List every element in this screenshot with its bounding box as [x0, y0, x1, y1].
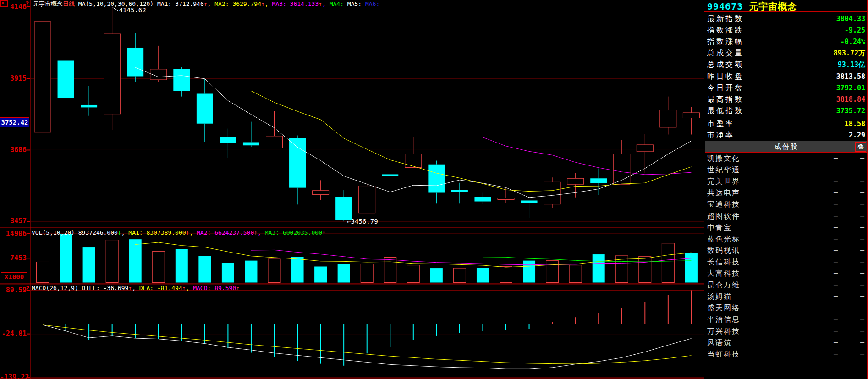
stock-name: 凯撒文化	[707, 154, 740, 164]
volume-bar	[569, 265, 582, 283]
macd-tick: -24.81	[0, 330, 27, 337]
volume-bar	[314, 266, 327, 282]
stock-row[interactable]: 大富科技 — —	[706, 268, 866, 280]
volume-bar	[83, 247, 95, 282]
stock-name: 中青宝	[707, 223, 732, 233]
candle-body	[34, 22, 51, 132]
legend-segment: ,	[189, 229, 197, 236]
stat-row: 昨日收盘 3813.58	[706, 71, 866, 82]
ratio-label: 市净率	[707, 131, 735, 140]
panel-right-border	[867, 0, 868, 379]
stat-row: 指数涨幅 -0.24%	[706, 36, 866, 48]
volume-bar	[152, 252, 165, 283]
volume-bar	[268, 259, 280, 282]
index-code: 994673	[707, 1, 743, 12]
stock-name: 风语筑	[707, 338, 732, 348]
stock-price-placeholder: —	[834, 315, 838, 323]
index-name: 元宇宙概念	[749, 1, 797, 12]
stock-row[interactable]: 盛天网络 — —	[706, 302, 866, 314]
stat-label: 昨日收盘	[707, 72, 744, 82]
volume-pane-legend: VOL(5,10,20) 8937246.000↓, MA1: 8307389.…	[32, 230, 326, 236]
legend-segment: DIFF: -36.699	[82, 285, 129, 291]
macd-pane-legend: MACD(26,12,9) DIFF: -36.699↑, DEA: -81.4…	[32, 285, 240, 291]
stock-row[interactable]: 万兴科技 — —	[706, 326, 866, 337]
legend-segment: DEA: -81.494	[139, 285, 182, 291]
main-pane-legend: 元宇宙概念日线 MA(5,10,20,30,60,120) MA1: 3712.…	[33, 1, 379, 7]
stock-price-placeholder: —	[834, 246, 838, 254]
stock-name: 长信科技	[707, 258, 740, 267]
candle-body	[683, 113, 699, 118]
stat-row: 总成交量 893.72万	[706, 48, 866, 59]
stock-row[interactable]: 汤姆猫 — —	[706, 291, 866, 302]
stock-row[interactable]: 超图软件 — —	[706, 211, 866, 222]
legend-segment: MA2: 3629.794	[214, 0, 261, 7]
volume-tick: 7453	[0, 255, 27, 261]
stock-name: 平治信息	[707, 315, 740, 324]
stock-row[interactable]: 宝通科技 — —	[706, 199, 866, 210]
stock-row[interactable]: 平治信息 — —	[706, 314, 866, 325]
stock-price-placeholder: —	[834, 212, 838, 220]
candle-body	[382, 174, 398, 176]
stock-price-placeholder: —	[834, 350, 838, 358]
candle-body	[58, 61, 74, 99]
stat-label: 指数涨跌	[707, 26, 744, 35]
overlay-toggle-button[interactable]: 叠	[855, 142, 866, 152]
stock-row[interactable]: 世纪华通 — —	[706, 165, 866, 176]
stock-row[interactable]: 凯撒文化 — —	[706, 153, 866, 165]
candle-body	[567, 178, 584, 184]
legend-segment: ,	[132, 285, 139, 291]
ma20-line	[483, 137, 691, 175]
volume-bar	[430, 268, 443, 282]
price-tick: 3457	[0, 218, 27, 224]
stock-row[interactable]: 蓝色光标 — —	[706, 234, 866, 245]
stock-row[interactable]: 数码视讯 — —	[706, 245, 866, 257]
legend-segment: ↑	[204, 0, 208, 7]
legend-segment: ↓	[118, 229, 121, 236]
candle-body	[197, 94, 213, 124]
legend-segment: ↑	[128, 285, 132, 291]
constituents-title: 成份股	[705, 143, 868, 151]
stock-row[interactable]: 长信科技 — —	[706, 257, 866, 268]
stat-value: 3735.72	[836, 107, 865, 115]
divider	[704, 116, 868, 116]
stock-name: 昆仑万维	[707, 280, 740, 290]
stock-row[interactable]: 中青宝 — —	[706, 222, 866, 234]
stock-row[interactable]: 共达电声 — —	[706, 187, 866, 199]
stock-price-placeholder: —	[834, 235, 838, 243]
stock-change-placeholder: —	[860, 327, 864, 335]
stock-row[interactable]: 昆仑万维 — —	[706, 280, 866, 291]
legend-segment: MA6:	[365, 0, 379, 7]
stock-change-placeholder: —	[860, 223, 864, 231]
candle-body	[614, 154, 630, 185]
stock-name: 万兴科技	[707, 327, 740, 336]
legend-segment: ↑	[254, 229, 258, 236]
volume-bar	[407, 265, 419, 283]
stock-row[interactable]: 当虹科技 — —	[706, 349, 866, 360]
legend-segment: ,	[265, 0, 272, 7]
stat-label: 最低指数	[707, 106, 744, 116]
candle-body	[173, 69, 190, 91]
candle-body	[335, 197, 352, 220]
stock-row[interactable]: 完美世界 — —	[706, 176, 866, 187]
ratio-row: 市盈率 18.58	[706, 118, 866, 130]
legend-segment: MA1: 3712.946	[157, 0, 204, 7]
price-tick: 4146	[0, 4, 27, 10]
legend-segment: ,	[208, 0, 215, 7]
volume-bar	[60, 234, 72, 282]
stock-name: 蓝色光标	[707, 235, 740, 244]
annotation-label: 4145.62	[119, 6, 146, 14]
volume-bar	[546, 261, 559, 283]
legend-segment: ,	[121, 229, 129, 236]
legend-segment: 8937246.000	[78, 229, 118, 236]
stock-row[interactable]: 风语筑 — —	[706, 337, 866, 349]
candle-body	[590, 178, 607, 183]
candle-body	[289, 138, 306, 188]
volume-bar	[198, 256, 211, 283]
stock-name: 完美世界	[707, 177, 740, 187]
stock-price-placeholder: —	[834, 154, 838, 162]
candle-body	[660, 110, 676, 127]
stock-name: 汤姆猫	[707, 292, 732, 302]
volume-bar	[245, 261, 257, 283]
constituents-header: 成份股 叠	[705, 141, 868, 153]
candle-body	[521, 200, 538, 203]
